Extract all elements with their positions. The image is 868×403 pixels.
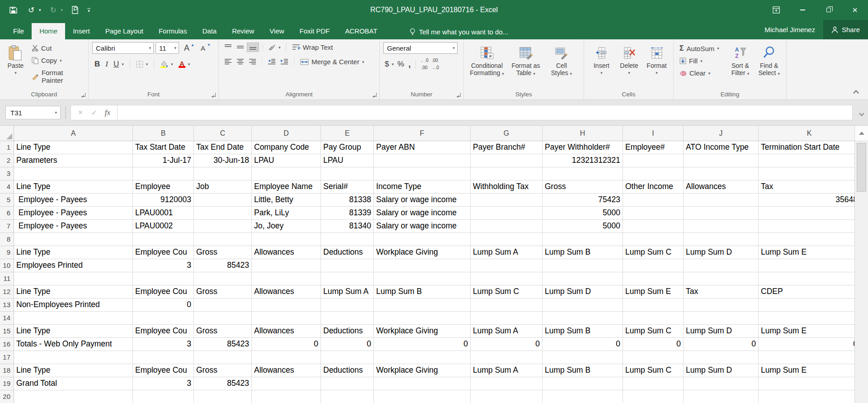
cell-B14[interactable]	[133, 312, 194, 325]
row-header-20[interactable]: 20	[0, 390, 14, 403]
cell-J14[interactable]	[684, 312, 759, 325]
cell-G15[interactable]: Lump Sum A	[471, 325, 542, 338]
tab-insert[interactable]: Insert	[65, 23, 98, 39]
bold-button[interactable]: B	[92, 58, 102, 70]
cell-D17[interactable]	[252, 351, 321, 364]
cell-K19[interactable]	[759, 377, 854, 390]
cell-D3[interactable]	[252, 167, 321, 180]
redo-dropdown-icon[interactable]: ▾	[61, 8, 63, 12]
cell-G9[interactable]: Lump Sum A	[471, 246, 542, 259]
cell-G11[interactable]	[471, 272, 542, 285]
accounting-format-button[interactable]: $▾	[383, 60, 395, 69]
cell-J18[interactable]: Lump Sum D	[684, 364, 759, 377]
clear-button[interactable]: Clear▾	[677, 68, 726, 78]
tab-view[interactable]: View	[262, 23, 292, 39]
cell-K10[interactable]	[759, 259, 854, 272]
redo-button[interactable]: ↻	[47, 4, 59, 16]
cell-B5[interactable]: 9120003	[133, 194, 194, 207]
cell-A11[interactable]	[14, 272, 133, 285]
cell-F18[interactable]: Workplace Giving	[374, 364, 471, 377]
cell-D20[interactable]	[252, 390, 321, 403]
cell-styles-button[interactable]: Cell Styles ▾	[545, 42, 578, 89]
formula-bar-input[interactable]	[118, 105, 853, 120]
cell-C9[interactable]: Gross	[194, 246, 252, 259]
cell-A1[interactable]: Line Type	[14, 141, 133, 154]
cell-H7[interactable]: 5000	[542, 220, 623, 233]
cell-G16[interactable]: 0	[471, 338, 542, 351]
cell-K5[interactable]: 35648	[759, 194, 854, 207]
cell-F12[interactable]: Lump Sum B	[374, 285, 471, 299]
cell-K3[interactable]	[759, 167, 854, 180]
increase-decimal-button[interactable]: ←.0.00	[419, 58, 429, 70]
cell-I12[interactable]: Lump Sum E	[623, 285, 684, 299]
cell-D12[interactable]: Allowances	[252, 285, 321, 299]
cell-A18[interactable]: Line Type	[14, 364, 133, 377]
row-header-1[interactable]: 1	[0, 141, 14, 154]
font-dialog-launcher-icon[interactable]	[212, 93, 216, 97]
cell-A16[interactable]: Totals - Web Only Payment	[14, 338, 133, 351]
cell-H4[interactable]: Gross	[542, 180, 623, 194]
cell-B6[interactable]: LPAU0001	[133, 207, 194, 220]
tab-page-layout[interactable]: Page Layout	[98, 23, 151, 39]
cell-C8[interactable]	[194, 233, 252, 246]
cell-H1[interactable]: Payer Withholder#	[542, 141, 623, 154]
tell-me-box[interactable]: Tell me what you want to do...	[410, 28, 509, 36]
cell-B17[interactable]	[133, 351, 194, 364]
cell-H2[interactable]: 12321312321	[542, 154, 623, 167]
row-header-16[interactable]: 16	[0, 338, 14, 351]
cell-G3[interactable]	[471, 167, 542, 180]
cell-H8[interactable]	[542, 233, 623, 246]
number-format-combo[interactable]: General▾	[383, 42, 458, 54]
expand-formula-bar-icon[interactable]	[859, 111, 864, 116]
cell-B16[interactable]: 3	[133, 338, 194, 351]
cell-I11[interactable]	[623, 272, 684, 285]
cell-C4[interactable]: Job	[194, 180, 252, 194]
format-cells-button[interactable]: Format▾	[643, 42, 670, 89]
cell-B10[interactable]: 3	[133, 259, 194, 272]
percent-style-button[interactable]: %	[396, 60, 406, 69]
cell-H6[interactable]: 5000	[542, 207, 623, 220]
conditional-formatting-button[interactable]: ≠ Conditional Formatting ▾	[467, 42, 506, 89]
cell-G2[interactable]	[471, 154, 542, 167]
cell-H14[interactable]	[542, 312, 623, 325]
cell-G7[interactable]	[471, 220, 542, 233]
cell-J15[interactable]: Lump Sum D	[684, 325, 759, 338]
restore-button[interactable]	[816, 0, 842, 20]
cell-E19[interactable]	[321, 377, 374, 390]
tab-review[interactable]: Review	[224, 23, 262, 39]
italic-button[interactable]: I	[103, 58, 110, 70]
cell-H9[interactable]: Lump Sum B	[542, 246, 623, 259]
cell-K18[interactable]: Lump Sum E	[759, 364, 854, 377]
vertical-scrollbar-thumb[interactable]	[857, 143, 866, 192]
cell-H18[interactable]: Lump Sum B	[542, 364, 623, 377]
cell-F16[interactable]: 0	[374, 338, 471, 351]
cell-B12[interactable]: Employee Cou	[133, 285, 194, 299]
cell-H11[interactable]	[542, 272, 623, 285]
cell-K4[interactable]: Tax	[759, 180, 854, 194]
cell-D2[interactable]: LPAU	[252, 154, 321, 167]
cell-J1[interactable]: ATO Income Type	[684, 141, 759, 154]
cell-I8[interactable]	[623, 233, 684, 246]
cell-B18[interactable]: Employee Cou	[133, 364, 194, 377]
cell-B15[interactable]: Employee Cou	[133, 325, 194, 338]
cell-H19[interactable]	[542, 377, 623, 390]
cell-B3[interactable]	[133, 167, 194, 180]
row-header-10[interactable]: 10	[0, 259, 14, 272]
cell-E3[interactable]	[321, 167, 374, 180]
cell-H10[interactable]	[542, 259, 623, 272]
cell-D18[interactable]: Allowances	[252, 364, 321, 377]
cell-J13[interactable]	[684, 299, 759, 312]
cell-I2[interactable]	[623, 154, 684, 167]
cell-J5[interactable]	[684, 194, 759, 207]
orientation-button[interactable]: ▾	[267, 44, 282, 51]
clipboard-dialog-launcher-icon[interactable]	[81, 93, 85, 97]
cell-K6[interactable]	[759, 207, 854, 220]
cell-E12[interactable]: Lump Sum A	[321, 285, 374, 299]
sort-filter-button[interactable]: AZ Sort & Filter ▾	[726, 42, 755, 89]
shrink-font-button[interactable]: A▼	[197, 44, 212, 52]
cell-J8[interactable]	[684, 233, 759, 246]
cell-D16[interactable]: 0	[252, 338, 321, 351]
cell-G4[interactable]: Withholding Tax	[471, 180, 542, 194]
cell-B7[interactable]: LPAU0002	[133, 220, 194, 233]
cell-B1[interactable]: Tax Start Date	[133, 141, 194, 154]
